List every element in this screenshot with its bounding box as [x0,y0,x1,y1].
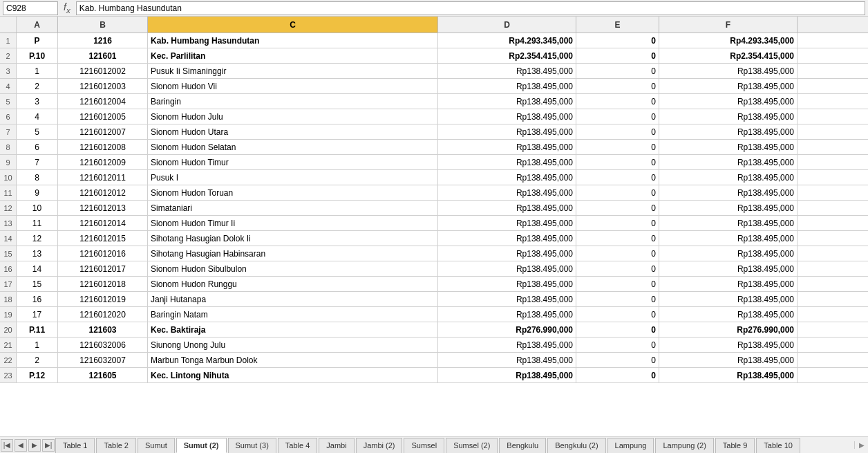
tab-nav-first[interactable]: |◀ [1,439,13,452]
cell-b[interactable]: 121603 [58,322,148,337]
cell-d[interactable]: Rp138.495,000 [438,307,576,322]
cell-a[interactable]: 15 [17,277,58,291]
table-row[interactable]: 18 16 1216012019 Janji Hutanapa Rp138.49… [0,292,868,307]
cell-f[interactable]: Rp276.990,000 [659,322,798,337]
table-row[interactable]: 3 1 1216012002 Pusuk Ii Simaninggir Rp13… [0,64,868,79]
cell-a[interactable]: 10 [17,201,58,215]
cell-f[interactable]: Rp138.495,000 [659,246,798,261]
cell-f[interactable]: Rp138.495,000 [659,170,798,185]
cell-a[interactable]: 1 [17,64,58,78]
table-row[interactable]: 4 2 1216012003 Sionom Hudon Vii Rp138.49… [0,79,868,94]
cell-d[interactable]: Rp2.354.415,000 [438,48,576,63]
cell-c[interactable]: Kab. Humbang Hasundutan [148,33,438,48]
cell-e[interactable]: 0 [576,155,659,169]
col-header-f[interactable]: F [659,17,798,33]
cell-d[interactable]: Rp138.495,000 [438,292,576,306]
col-header-a[interactable]: A [17,17,58,33]
cell-b[interactable]: 1216012018 [58,277,148,291]
table-row[interactable]: 13 11 1216012014 Sionom Hudon Timur Ii R… [0,216,868,231]
cell-a[interactable]: 13 [17,246,58,261]
cell-b[interactable]: 1216032007 [58,353,148,367]
sheet-tab[interactable]: Bengkulu (2) [547,438,605,453]
cell-f[interactable]: Rp138.495,000 [659,261,798,276]
cell-c[interactable]: Siunong Unong Julu [148,338,438,352]
cell-f[interactable]: Rp138.495,000 [659,277,798,291]
cell-d[interactable]: Rp138.495,000 [438,353,576,367]
cell-a[interactable]: 7 [17,155,58,169]
cell-c[interactable]: Sionom Hudon Vii [148,79,438,93]
cell-f[interactable]: Rp138.495,000 [659,109,798,124]
cell-f[interactable]: Rp138.495,000 [659,292,798,306]
tab-nav-next[interactable]: ▶ [28,439,41,452]
cell-f[interactable]: Rp138.495,000 [659,185,798,200]
cell-e[interactable]: 0 [576,33,659,48]
cell-a[interactable]: 3 [17,94,58,109]
cell-c[interactable]: Sionom Hudon Toruan [148,185,438,200]
cell-a[interactable]: 11 [17,216,58,230]
cell-e[interactable]: 0 [576,94,659,109]
cell-e[interactable]: 0 [576,64,659,78]
cell-c[interactable]: Pusuk I [148,170,438,185]
table-row[interactable]: 6 4 1216012005 Sionom Hudon Julu Rp138.4… [0,109,868,124]
cell-e[interactable]: 0 [576,124,659,139]
cell-b[interactable]: 1216012014 [58,216,148,230]
cell-f[interactable]: Rp138.495,000 [659,124,798,139]
cell-f[interactable]: Rp138.495,000 [659,94,798,109]
sheet-tab[interactable]: Lampung (2) [655,438,713,453]
sheet-tab[interactable]: Table 4 [278,438,317,453]
cell-c[interactable]: Sionom Hudon Julu [148,109,438,124]
cell-e[interactable]: 0 [576,368,659,382]
table-row[interactable]: 21 1 1216032006 Siunong Unong Julu Rp138… [0,338,868,353]
table-row[interactable]: 14 12 1216012015 Sihotang Hasugian Dolok… [0,231,868,246]
cell-c[interactable]: Sionom Hudon Runggu [148,277,438,291]
table-row[interactable]: 16 14 1216012017 Sionom Hudon Sibulbulon… [0,261,868,277]
cell-b[interactable]: 1216012013 [58,201,148,215]
table-row[interactable]: 17 15 1216012018 Sionom Hudon Runggu Rp1… [0,277,868,292]
cell-c[interactable]: Sionom Hudon Timur Ii [148,216,438,230]
cell-a[interactable]: 5 [17,124,58,139]
cell-e[interactable]: 0 [576,277,659,291]
cell-b[interactable]: 1216012017 [58,261,148,276]
cell-b[interactable]: 1216012011 [58,170,148,185]
cell-f[interactable]: Rp138.495,000 [659,201,798,215]
cell-d[interactable]: Rp138.495,000 [438,155,576,169]
sheet-tab[interactable]: Table 2 [96,438,135,453]
cell-b[interactable]: 1216012004 [58,94,148,109]
table-row[interactable]: 10 8 1216012011 Pusuk I Rp138.495,000 0 … [0,170,868,185]
cell-b[interactable]: 1216012005 [58,109,148,124]
col-header-b[interactable]: B [58,17,148,33]
cell-e[interactable]: 0 [576,140,659,154]
cell-f[interactable]: Rp138.495,000 [659,338,798,352]
cell-a[interactable]: 4 [17,109,58,124]
cell-f[interactable]: Rp138.495,000 [659,79,798,93]
cell-b[interactable]: 1216 [58,33,148,48]
sheet-tab[interactable]: Table 1 [55,438,95,453]
cell-e[interactable]: 0 [576,338,659,352]
tab-nav-last[interactable]: ▶| [42,439,55,452]
cell-c[interactable]: Sionom Hudon Utara [148,124,438,139]
cell-d[interactable]: Rp138.495,000 [438,277,576,291]
cell-e[interactable]: 0 [576,292,659,306]
cell-c[interactable]: Sionom Hudon Sibulbulon [148,261,438,276]
cell-b[interactable]: 1216012009 [58,155,148,169]
cell-d[interactable]: Rp138.495,000 [438,231,576,246]
sheet-tab[interactable]: Sumsel (2) [446,438,498,453]
cell-a[interactable]: 9 [17,185,58,200]
cell-b[interactable]: 1216012008 [58,140,148,154]
cell-a[interactable]: 8 [17,170,58,185]
table-row[interactable]: 9 7 1216012009 Sionom Hudon Timur Rp138.… [0,155,868,170]
table-row[interactable]: 12 10 1216012013 Simataniari Rp138.495,0… [0,201,868,216]
col-header-e[interactable]: E [576,17,659,33]
table-row[interactable]: 19 17 1216012020 Baringin Natam Rp138.49… [0,307,868,322]
cell-c[interactable]: Baringin Natam [148,307,438,322]
cell-b[interactable]: 1216012019 [58,292,148,306]
cell-d[interactable]: Rp138.495,000 [438,368,576,382]
cell-b[interactable]: 1216012016 [58,246,148,261]
cell-a[interactable]: 12 [17,231,58,246]
cell-f[interactable]: Rp4.293.345,000 [659,33,798,48]
cell-a[interactable]: 1 [17,338,58,352]
cell-f[interactable]: Rp138.495,000 [659,64,798,78]
cell-d[interactable]: Rp138.495,000 [438,124,576,139]
cell-a[interactable]: 14 [17,261,58,276]
cell-d[interactable]: Rp138.495,000 [438,170,576,185]
